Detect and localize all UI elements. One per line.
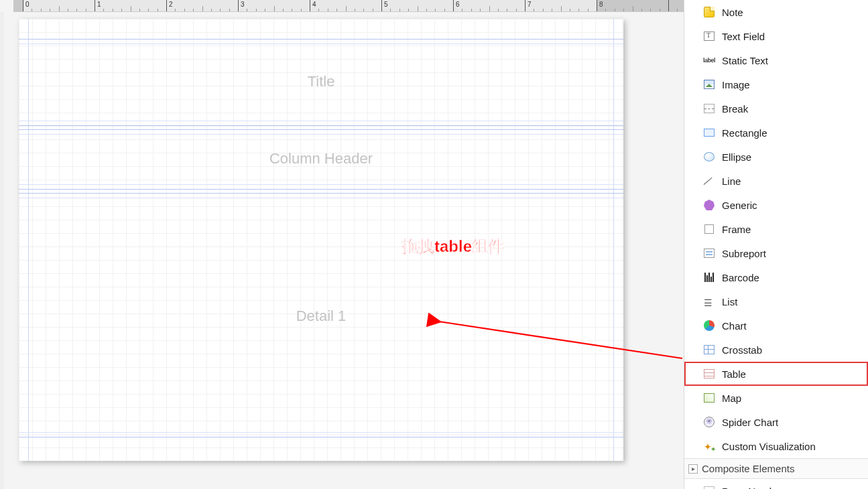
spiderchart-icon xyxy=(703,416,715,428)
element-palette: Note Text Field label Static Text Image … xyxy=(684,0,868,489)
palette-item-label: List xyxy=(722,296,737,307)
line-icon xyxy=(703,175,715,187)
palette-item-map[interactable]: Map xyxy=(684,386,868,410)
palette-item-statictext[interactable]: label Static Text xyxy=(684,48,868,72)
map-icon xyxy=(703,392,715,404)
palette-item-rectangle[interactable]: Rectangle xyxy=(684,121,868,145)
palette-item-textfield[interactable]: Text Field xyxy=(684,24,868,48)
subreport-icon xyxy=(703,247,715,259)
palette-item-label: Text Field xyxy=(722,31,765,42)
palette-item-table[interactable]: Table xyxy=(684,362,868,386)
column-header-band[interactable]: Column Header xyxy=(19,129,623,190)
table-icon xyxy=(703,368,715,380)
design-canvas[interactable]: 012345678 Title Column Header Detail 1 拖… xyxy=(0,0,684,489)
report-page[interactable]: Title Column Header Detail 1 xyxy=(19,19,623,461)
palette-item-label: Frame xyxy=(722,224,751,235)
palette-item-frame[interactable]: Frame xyxy=(684,217,868,241)
image-icon xyxy=(703,78,715,90)
palette-item-label: Rectangle xyxy=(722,127,767,139)
break-icon xyxy=(703,102,715,115)
title-band[interactable]: Title xyxy=(19,39,623,126)
title-band-label: Title xyxy=(19,73,623,90)
palette-item-label: Spider Chart xyxy=(722,417,778,428)
palette-item-label: Subreport xyxy=(722,248,766,259)
palette-item-label: Image xyxy=(722,79,750,90)
note-icon xyxy=(703,6,715,18)
barcode-icon xyxy=(703,271,715,283)
palette-item-crosstab[interactable]: Crosstab xyxy=(684,338,868,362)
generic-icon xyxy=(703,199,715,211)
palette-item-pagenumber[interactable]: Page Number xyxy=(684,479,868,489)
statictext-icon: label xyxy=(703,54,715,66)
palette-item-customviz[interactable]: Custom Visualization xyxy=(684,434,868,458)
chart-icon xyxy=(703,320,715,332)
frame-icon xyxy=(703,223,715,235)
ellipse-icon xyxy=(703,151,715,163)
palette-item-label: Break xyxy=(722,103,748,115)
detail-band[interactable]: Detail 1 xyxy=(19,193,623,437)
palette-item-label: Note xyxy=(722,7,743,18)
pagenumber-icon xyxy=(703,485,715,489)
palette-item-label: Map xyxy=(722,393,741,404)
palette-item-label: Generic xyxy=(722,200,757,211)
palette-item-list[interactable]: List xyxy=(684,289,868,313)
rectangle-icon xyxy=(703,127,715,139)
palette-item-break[interactable]: Break xyxy=(684,96,868,121)
list-icon xyxy=(703,295,715,307)
palette-item-label: Ellipse xyxy=(722,151,751,163)
horizontal-ruler: 012345678 xyxy=(13,0,684,12)
crosstab-icon xyxy=(703,344,715,356)
palette-item-spiderchart[interactable]: Spider Chart xyxy=(684,410,868,434)
palette-item-line[interactable]: Line xyxy=(684,169,868,193)
palette-item-label: Custom Visualization xyxy=(722,441,816,452)
palette-item-label: Static Text xyxy=(722,55,768,66)
palette-item-generic[interactable]: Generic xyxy=(684,193,868,217)
palette-item-barcode[interactable]: Barcode xyxy=(684,265,868,289)
palette-item-label: Page Number xyxy=(722,486,784,490)
annotation-text: 拖拽table组件 xyxy=(402,236,504,257)
column-header-band-label: Column Header xyxy=(19,150,623,167)
vertical-ruler xyxy=(0,12,4,489)
detail-band-label: Detail 1 xyxy=(19,307,623,325)
palette-item-chart[interactable]: Chart xyxy=(684,313,868,338)
palette-item-label: Crosstab xyxy=(722,344,762,356)
palette-item-ellipse[interactable]: Ellipse xyxy=(684,145,868,169)
palette-section-composite[interactable]: ▸ Composite Elements xyxy=(684,458,868,479)
palette-item-label: Chart xyxy=(722,320,747,332)
palette-item-note[interactable]: Note xyxy=(684,0,868,24)
textfield-icon xyxy=(703,30,715,42)
palette-item-label: Table xyxy=(722,368,746,380)
customviz-icon xyxy=(703,440,715,452)
expand-icon: ▸ xyxy=(688,464,698,474)
palette-item-label: Barcode xyxy=(722,272,759,283)
palette-item-label: Line xyxy=(722,176,741,187)
palette-item-subreport[interactable]: Subreport xyxy=(684,241,868,265)
palette-section-label: Composite Elements xyxy=(702,463,794,474)
palette-item-image[interactable]: Image xyxy=(684,72,868,96)
